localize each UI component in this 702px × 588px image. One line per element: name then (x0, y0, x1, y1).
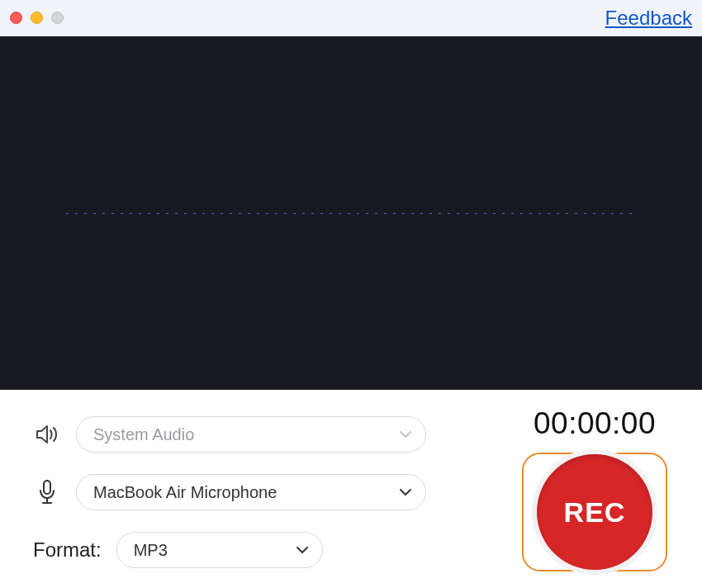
system-audio-row: System Audio (33, 416, 512, 453)
chevron-down-icon (296, 543, 309, 557)
speaker-icon (33, 423, 61, 446)
record-button-circle: REC (537, 454, 652, 570)
source-controls: System Audio MacBook Air Microphone (33, 406, 512, 571)
microphone-row: MacBook Air Microphone (33, 474, 512, 510)
format-select[interactable]: MP3 (116, 532, 323, 568)
titlebar: Feedback (0, 0, 702, 36)
system-audio-select[interactable]: System Audio (76, 416, 426, 453)
system-audio-value: System Audio (93, 425, 194, 444)
microphone-select[interactable]: MacBook Air Microphone (76, 474, 426, 510)
record-button-label: REC (564, 496, 626, 529)
format-row: Format: MP3 (33, 532, 512, 568)
feedback-link[interactable]: Feedback (605, 7, 692, 30)
format-label: Format: (33, 538, 102, 562)
format-value: MP3 (134, 541, 168, 560)
chevron-down-icon (399, 427, 412, 442)
svg-rect-0 (44, 481, 50, 494)
recording-timer: 00:00:00 (534, 406, 656, 441)
close-window-button[interactable] (10, 12, 22, 24)
maximize-window-button[interactable] (51, 12, 64, 24)
microphone-value: MacBook Air Microphone (93, 483, 277, 502)
waveform-canvas (0, 36, 702, 390)
chevron-down-icon (399, 485, 412, 500)
controls-panel: System Audio MacBook Air Microphone (0, 390, 702, 588)
window-controls (10, 12, 64, 24)
record-panel: 00:00:00 REC (512, 406, 677, 571)
waveform-baseline (66, 213, 638, 214)
microphone-icon (33, 479, 61, 505)
minimize-window-button[interactable] (31, 12, 43, 24)
record-button[interactable]: REC (522, 453, 667, 571)
